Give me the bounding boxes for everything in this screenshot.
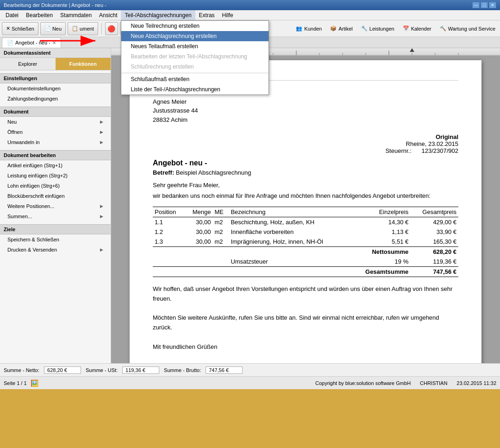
cell-bezeichnung: Beschichtung, Holz, außen, KH [229,217,350,227]
cell-einzelpreis: 5,51 € [351,237,411,247]
cell-menge: 30,00 [185,217,213,227]
nav-artikel[interactable]: 📦 Artikel [327,25,356,32]
dropdown-item-3: Bearbeiten der letzten Teil-/Abschlagsre… [121,51,269,62]
svg-marker-16 [410,48,414,52]
copyright-text: Copyright by blue:solution software GmbH [315,380,411,386]
main-layout: Dokumentassistent Explorer Funktionen Ei… [0,48,500,363]
arrow-icon: ▶ [100,204,103,208]
arrow-icon: ▶ [100,120,103,124]
cell-gesamtpreis: 33,90 € [410,227,458,237]
sidebar-umwandeln[interactable]: Umwandeln in ▶ [0,137,111,147]
ust-value: 119,36 € [122,366,159,374]
arrow-icon: ▶ [100,247,103,252]
datetime: 23.02.2015 11:32 [456,380,496,386]
kalender-label: Kalender [411,26,431,32]
nav-leistungen[interactable]: 🔧 Leistungen [358,25,397,32]
minimize-button[interactable]: — [472,2,480,8]
col-menge: Menge [185,207,213,217]
sidebar-weitere-positionen[interactable]: Weitere Positionen... ▶ [0,201,111,211]
cell-me: m2 [212,227,229,237]
menu-datei[interactable]: Datei [2,10,22,20]
dropdown-menu: Neue Teilrechnung erstellen Neue Abschla… [121,20,269,95]
dropdown-item-0[interactable]: Neue Teilrechnung erstellen [121,21,269,31]
umsatzsteuer-percent: 19 % [351,257,411,267]
doc-paper: 48431 Rheine Frau Agnes Meier Justusstra… [130,60,481,363]
neu-icon: 📄 [44,25,51,32]
cell-bezeichnung: Imprägnierung, Holz, innen, NH-Öl [229,237,350,247]
gesamtsumme-label: Gesamtsumme [351,267,411,277]
cell-me: m2 [212,217,229,227]
sidebar-leistung-einfuegen[interactable]: Leistung einfügen (Strg+2) [0,170,111,181]
wartung-icon: 🔨 [440,25,446,32]
nav-kalender[interactable]: 📅 Kalender [400,25,434,32]
maximize-button[interactable]: □ [481,2,488,8]
sidebar-summen[interactable]: Summen... ▶ [0,211,111,221]
sidebar-lohn-einfuegen[interactable]: Lohn einfügen (Strg+6) [0,181,111,191]
title-bar-buttons: — □ ✕ [472,2,496,8]
umsatzsteuer-row: Umsatzsteuer 19 % 119,36 € [153,257,458,267]
sidebar-drucken[interactable]: Drucken & Versenden ▶ [0,245,111,255]
cell-menge: 30,00 [185,237,213,247]
doc-intro: wir bedanken uns noch einmal für Ihre An… [153,192,458,199]
col-me: ME [212,207,229,217]
sidebar-artikel-einfuegen[interactable]: Artikel einfügen (Strg+1) [0,160,111,170]
col-position: Position [153,207,185,217]
nav-wartung[interactable]: 🔨 Wartung und Service [437,25,498,32]
brutto-value: 747,56 € [206,366,243,374]
status-bar: Summe - Netto: 628,20 € Summe - USt: 119… [0,363,500,376]
menu-extras[interactable]: Extras [195,10,219,20]
menu-hilfe[interactable]: Hilfe [219,10,237,20]
kalender-icon: 📅 [403,25,409,32]
dropdown-item-5[interactable]: Schlußaufmaß erstellen [121,74,269,84]
doc-salutation: Sehr geehrte Frau Meier, [153,182,458,189]
cell-pos: 1.2 [153,227,185,237]
bottom-right: Copyright by blue:solution software GmbH… [315,380,496,386]
meta-label: Original [436,133,458,140]
sidebar-funktionen-btn[interactable]: Funktionen [56,58,111,70]
nav-icons: 👥 Kunden 📦 Artikel 🔧 Leistungen 📅 Kalend… [293,25,498,32]
gesamtsumme-row: Gesamtsumme 747,56 € [153,267,458,277]
artikel-icon: 📦 [330,25,337,32]
menu-teilabschlagsrechnungen[interactable]: Teil-/Abschlagsrechnungen Neue Teilrechn… [121,10,195,20]
section-ziele: Ziele [0,224,111,234]
page-icon: 🖼️ [31,379,38,387]
recipient-name: Agnes Meier [153,97,458,107]
dropdown-item-4: Schlußrechnung erstellen [121,62,269,72]
schliessen-label: ✕ [6,25,10,32]
leistungen-label: Leistungen [369,26,394,32]
menu-ansicht[interactable]: Ansicht [95,10,121,20]
menu-stammdaten[interactable]: Stammdaten [56,10,95,20]
cell-bezeichnung: Innenfläche vorbereiten [229,227,350,237]
col-bezeichnung: Bezeichnung [229,207,350,217]
doc-area[interactable]: 48431 Rheine Frau Agnes Meier Justusstra… [111,56,500,363]
sidebar-speichern[interactable]: Speichern & Schließen [0,234,111,245]
sidebar-dokumenteinstellungen[interactable]: Dokumenteinstellungen [0,83,111,94]
menu-bearbeiten[interactable]: Bearbeiten [22,10,56,20]
nav-kunden[interactable]: 👥 Kunden [293,25,325,32]
dropdown-item-1[interactable]: Neue Abschlagsrechnung erstellen [121,31,269,41]
bottom-bar: Seite 1 / 1 🖼️ Copyright by blue:solutio… [0,376,500,389]
closing-greeting: Mit freundlichen Grüßen [153,342,458,352]
cell-einzelpreis: 14,30 € [351,217,411,227]
menu-bar: Datei Bearbeiten Stammdaten Ansicht Teil… [0,10,500,20]
page-info: Seite 1 / 1 [4,380,27,386]
sidebar-explorer-btn[interactable]: Explorer [0,58,56,70]
dropdown-item-2[interactable]: Neues Teilaufmaß erstellen [121,41,269,51]
section-einstellungen: Einstellungen [0,73,111,83]
table-row: 1.2 30,00 m2 Innenfläche vorbereiten 1,1… [153,227,458,237]
doc-scroll-area: 48431 Rheine Frau Agnes Meier Justusstra… [111,48,500,363]
netto-value: 628,20 € [44,366,81,374]
cell-pos: 1.1 [153,217,185,227]
user-name: CHRISTIAN [420,380,447,386]
nettosumme-row: Nettosumme 628,20 € [153,247,458,257]
dropdown-item-6[interactable]: Liste der Teil-/Abschlagsrechnungen [121,84,269,95]
cell-menge: 30,00 [185,227,213,237]
sidebar-block-einfuegen[interactable]: Blocküberschrift einfügen [0,191,111,201]
close-window-button[interactable]: ✕ [489,2,496,8]
sidebar-zahlungsbedingungen[interactable]: Zahlungsbedingungen [0,94,111,104]
nettosumme-value: 628,20 € [410,247,458,257]
sidebar-oeffnen[interactable]: Öffnen ▶ [0,127,111,137]
sidebar-neu[interactable]: Neu ▶ [0,117,111,127]
recipient-city: 28832 Achim [153,115,458,125]
meta-tax-value: 123/2307/902 [421,147,458,154]
